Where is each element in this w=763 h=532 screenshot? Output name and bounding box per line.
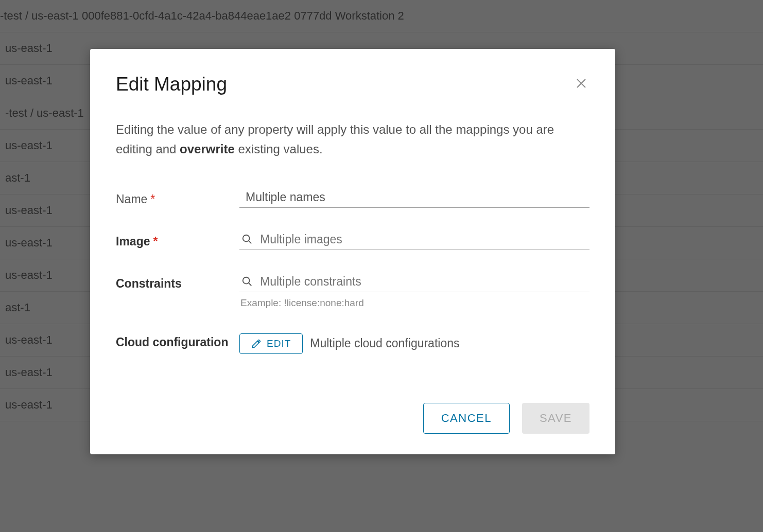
name-input[interactable]	[239, 190, 589, 204]
label-text: Name	[116, 192, 147, 206]
pencil-icon	[251, 339, 262, 349]
name-input-wrap	[239, 190, 589, 208]
name-control	[239, 190, 589, 208]
edit-button-label: EDIT	[267, 338, 291, 349]
modal-description: Editing the value of any property will a…	[116, 120, 589, 159]
form-row-cloud-config: Cloud configuration EDIT Multiple cloud …	[116, 333, 589, 354]
label-text: Constraints	[116, 277, 182, 290]
constraints-input[interactable]	[239, 275, 589, 289]
form-row-constraints: Constraints Example: !license:none:hard	[116, 275, 589, 309]
save-button[interactable]: SAVE	[522, 403, 589, 434]
search-icon	[241, 234, 253, 247]
constraints-helper: Example: !license:none:hard	[239, 297, 589, 309]
edit-mapping-modal: Edit Mapping Editing the value of any pr…	[90, 49, 615, 454]
svg-line-5	[249, 283, 252, 286]
cloud-config-label: Cloud configuration	[116, 333, 239, 349]
constraints-control: Example: !license:none:hard	[239, 275, 589, 309]
constraints-input-wrap	[239, 275, 589, 292]
image-label: Image*	[116, 233, 239, 249]
image-control	[239, 233, 589, 250]
modal-title: Edit Mapping	[116, 74, 227, 95]
close-icon	[575, 77, 587, 90]
close-button[interactable]	[573, 75, 589, 94]
svg-point-4	[243, 277, 250, 284]
svg-point-2	[243, 235, 250, 242]
cloud-config-control: EDIT Multiple cloud configurations	[239, 333, 589, 354]
label-text: Image	[116, 235, 150, 248]
name-label: Name*	[116, 190, 239, 206]
cancel-button[interactable]: CANCEL	[423, 403, 510, 434]
description-bold: overwrite	[180, 142, 235, 156]
description-text: existing values.	[235, 142, 323, 156]
constraints-label: Constraints	[116, 275, 239, 291]
search-icon	[241, 276, 253, 289]
required-marker: *	[153, 235, 158, 248]
svg-line-3	[249, 241, 252, 244]
cloud-config-row: EDIT Multiple cloud configurations	[239, 333, 589, 354]
modal-header: Edit Mapping	[116, 74, 589, 95]
modal-footer: CANCEL SAVE	[116, 393, 589, 434]
image-input[interactable]	[239, 233, 589, 246]
form-row-image: Image*	[116, 233, 589, 250]
edit-cloud-config-button[interactable]: EDIT	[239, 333, 303, 354]
image-input-wrap	[239, 233, 589, 250]
form-row-name: Name*	[116, 190, 589, 208]
required-marker: *	[150, 192, 155, 206]
cloud-config-value: Multiple cloud configurations	[310, 336, 459, 350]
